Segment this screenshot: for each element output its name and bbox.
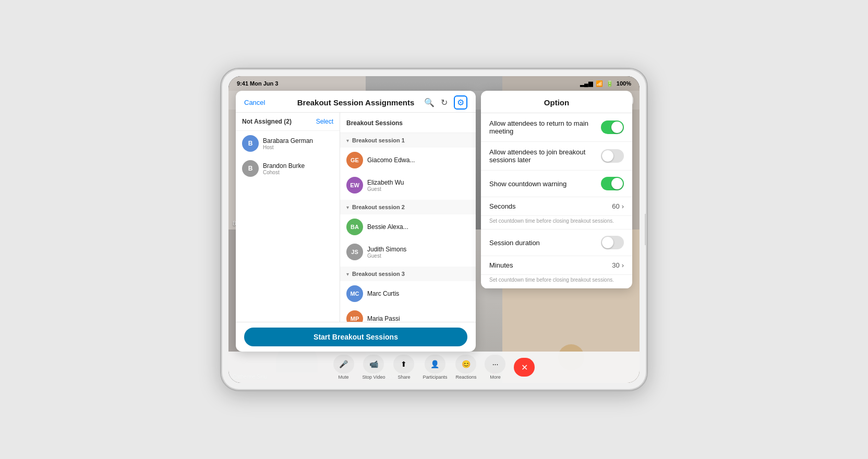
participant-bessie-info: Bessie Alexa... xyxy=(367,223,469,231)
search-icon[interactable]: 🔍 xyxy=(424,98,435,107)
participant-giacomo-info: Giacomo Edwa... xyxy=(367,156,469,164)
participant-judith-info: Judith Simons Guest xyxy=(367,246,469,259)
seconds-value-container: 60 › xyxy=(612,202,624,210)
participants-button[interactable]: 👤 Participants xyxy=(423,355,447,380)
share-button[interactable]: ⬆ Share xyxy=(393,355,414,380)
session-1-header[interactable]: ▾ Breakout session 1 xyxy=(340,133,476,148)
participant-judith-name: Judith Simons xyxy=(367,246,469,253)
ipad-screen: 9:41 Mon Jun 3 ▂▄▆ 📶 🔋 100% ← 📷 ✦ ⓘ ⊞ La… xyxy=(228,76,640,383)
chevron-down-icon-2: ▾ xyxy=(346,204,349,210)
toggle-countdown[interactable] xyxy=(601,177,624,190)
avatar-marc: MC xyxy=(346,285,363,302)
toggle-return-main[interactable] xyxy=(601,120,624,134)
avatar-giacomo: GE xyxy=(346,152,363,168)
participant-giacomo[interactable]: GE Giacomo Edwa... xyxy=(340,148,476,173)
participant-giacomo-name: Giacomo Edwa... xyxy=(367,156,469,164)
minutes-value: 30 xyxy=(612,261,619,269)
session-group-2: ▾ Breakout session 2 BA Bessie Alexa... xyxy=(340,200,476,264)
seconds-row[interactable]: Seconds 60 › xyxy=(481,197,632,216)
breakout-sessions-header: Breakout Sessions xyxy=(340,113,476,133)
cancel-button[interactable]: Cancel xyxy=(244,99,265,106)
session-3-header[interactable]: ▾ Breakout session 3 xyxy=(340,267,476,281)
participant-elizabeth[interactable]: EW Elizabeth Wu Guest xyxy=(340,173,476,198)
panel-header: Cancel Breakout Session Assignments 🔍 ↻ … xyxy=(236,91,476,113)
participant-maria-info: Maria Passi xyxy=(367,315,469,322)
toggle-session-duration[interactable] xyxy=(601,236,624,249)
select-action[interactable]: Select xyxy=(316,118,333,125)
participant-barabara-name: Barabara German xyxy=(263,137,333,144)
session-2-title: Breakout session 2 xyxy=(352,204,405,210)
more-button[interactable]: ··· More xyxy=(485,355,505,380)
session-group-3: ▾ Breakout session 3 MC Marc Curtis xyxy=(340,267,476,322)
option-return-main-label: Allow attendees to return to main meetin… xyxy=(489,119,601,135)
participant-elizabeth-role: Guest xyxy=(367,186,469,192)
participant-elizabeth-name: Elizabeth Wu xyxy=(367,179,469,186)
participant-brandon-role: Cohost xyxy=(263,170,333,175)
bottom-toolbar: 🎤 Mute 📹 Stop Video ⬆ Share 👤 Participan… xyxy=(228,352,640,383)
options-panel: Option Allow attendees to return to main… xyxy=(481,91,632,288)
signal-icon: ▂▄▆ xyxy=(580,80,593,87)
session-3-title: Breakout session 3 xyxy=(352,271,405,277)
avatar-judith: JS xyxy=(346,244,363,260)
avatar-elizabeth: EW xyxy=(346,177,363,194)
toggle-knob-countdown xyxy=(611,178,623,189)
not-assigned-list: B Barabara German Host B xyxy=(236,131,340,322)
seconds-sub-text: Set countdown time before closing breako… xyxy=(481,216,632,230)
seconds-value: 60 xyxy=(612,202,619,210)
participant-bessie[interactable]: BA Bessie Alexa... xyxy=(340,214,476,239)
settings-icon[interactable]: ⚙ xyxy=(454,95,467,110)
avatar-bessie: BA xyxy=(346,219,363,235)
not-assigned-header: Not Assigned (2) Select xyxy=(236,113,340,131)
end-call-button[interactable]: ✕ xyxy=(514,358,535,377)
breakout-sessions-list: ▾ Breakout session 1 GE Giacomo Edwa... xyxy=(340,133,476,322)
participant-bessie-name: Bessie Alexa... xyxy=(367,223,469,231)
options-header: Option xyxy=(481,91,632,113)
session-2-header[interactable]: ▾ Breakout session 2 xyxy=(340,200,476,214)
avatar-barabara: B xyxy=(242,135,259,152)
participant-judith[interactable]: JS Judith Simons Guest xyxy=(340,239,476,264)
mute-button[interactable]: 🎤 Mute xyxy=(333,355,354,380)
status-time: 9:41 Mon Jun 3 xyxy=(237,80,278,87)
panel-icons: 🔍 ↻ ⚙ xyxy=(424,95,467,110)
battery-icon: 🔋 xyxy=(606,80,613,87)
option-countdown: Show countdown warning xyxy=(481,171,632,197)
breakout-sessions-title: Breakout Sessions xyxy=(346,119,403,127)
toggle-knob-join-later xyxy=(602,150,613,162)
participant-brandon-name: Brandon Burke xyxy=(263,162,333,170)
minutes-row[interactable]: Minutes 30 › xyxy=(481,256,632,275)
participant-maria[interactable]: MP Maria Passi xyxy=(340,306,476,322)
minutes-sub-text: Set countdown time before closing breako… xyxy=(481,275,632,288)
option-session-duration: Session duration xyxy=(481,230,632,256)
minutes-value-container: 30 › xyxy=(612,261,624,269)
seconds-label: Seconds xyxy=(489,202,516,210)
battery-percent: 100% xyxy=(617,80,631,87)
participant-judith-role: Guest xyxy=(367,253,469,259)
not-assigned-title: Not Assigned (2) xyxy=(242,118,292,125)
option-session-duration-label: Session duration xyxy=(489,239,601,247)
breakout-sessions-column: Breakout Sessions ▾ Breakout session 1 xyxy=(340,113,476,322)
ipad-frame: 9:41 Mon Jun 3 ▂▄▆ 📶 🔋 100% ← 📷 ✦ ⓘ ⊞ La… xyxy=(220,68,648,391)
reactions-button[interactable]: 😊 Reactions xyxy=(455,355,476,380)
option-return-main: Allow attendees to return to main meetin… xyxy=(481,113,632,142)
toggle-knob-session-duration xyxy=(602,237,613,248)
wifi-icon: 📶 xyxy=(596,80,603,87)
avatar-maria: MP xyxy=(346,310,363,322)
participant-barabara-role: Host xyxy=(263,144,333,150)
session-group-1: ▾ Breakout session 1 GE Giacomo Edwa... xyxy=(340,133,476,198)
breakout-panel: Cancel Breakout Session Assignments 🔍 ↻ … xyxy=(236,91,476,352)
participant-marc[interactable]: MC Marc Curtis xyxy=(340,281,476,306)
participant-brandon[interactable]: B Brandon Burke Cohost xyxy=(236,156,340,181)
start-breakout-button[interactable]: Start Breakout Sessions xyxy=(244,328,467,346)
chevron-down-icon-3: ▾ xyxy=(346,271,349,277)
participant-maria-name: Maria Passi xyxy=(367,315,469,322)
video-button[interactable]: 📹 Stop Video xyxy=(363,355,385,380)
option-join-later: Allow attendees to join breakout session… xyxy=(481,142,632,171)
refresh-icon[interactable]: ↻ xyxy=(441,98,448,107)
option-countdown-label: Show countdown warning xyxy=(489,180,601,188)
avatar-brandon: B xyxy=(242,160,259,177)
toggle-join-later[interactable] xyxy=(601,149,624,163)
minutes-chevron-icon: › xyxy=(622,261,624,269)
participant-barabara[interactable]: B Barabara German Host xyxy=(236,131,340,156)
seconds-chevron-icon: › xyxy=(622,202,624,210)
participant-barabara-info: Barabara German Host xyxy=(263,137,333,150)
